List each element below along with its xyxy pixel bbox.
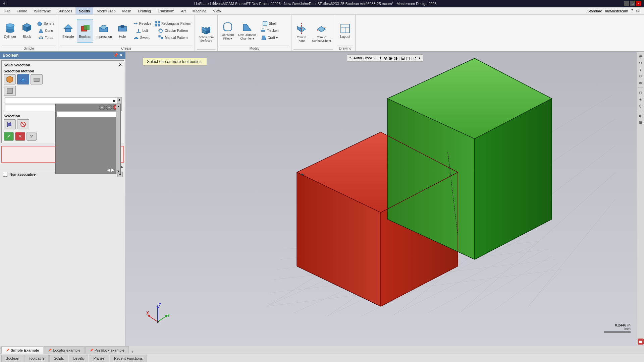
ribbon-btn-manual-pattern[interactable]: Manual Pattern (153, 35, 193, 41)
vp-tool8[interactable]: ⌖ (418, 55, 421, 61)
help-icon[interactable]: ? (631, 8, 633, 13)
menu-modelprep[interactable]: Model Prep (93, 7, 119, 14)
menu-file[interactable]: File (1, 7, 14, 14)
ribbon-btn-rect-pattern[interactable]: Rectangular Pattern (153, 20, 193, 27)
svg-text:X: X (146, 311, 149, 315)
menu-mesh[interactable]: Mesh (119, 7, 135, 14)
menu-surfaces[interactable]: Surfaces (54, 7, 75, 14)
ribbon-btn-hole[interactable]: Hole (114, 19, 130, 43)
rt-btn-2[interactable]: ⊝ (638, 60, 644, 66)
panel-tab-solids[interactable]: Solids (49, 355, 68, 362)
viewport-tab-pinblock[interactable]: 📌 Pin block example (85, 346, 129, 354)
rt-btn-1[interactable]: ⊕ (638, 53, 644, 59)
ribbon-btn-block[interactable]: Block (19, 19, 35, 43)
overlay-arrow2[interactable]: ▶ (111, 168, 114, 172)
rt-btn-3[interactable]: ↕ (638, 66, 644, 72)
ribbon-btn-trim-surface[interactable]: Trim toSurface/Sheet (310, 21, 333, 45)
settings-icon[interactable]: ⚙ (636, 8, 640, 13)
vp-tool6[interactable]: ◻ (406, 56, 410, 61)
ribbon-btn-trim-plane[interactable]: Trim toPlane (293, 21, 310, 45)
ribbon-btn-layout[interactable]: Layout (337, 19, 353, 43)
rt-btn-4[interactable]: ↺ (638, 73, 644, 79)
vp-tool3[interactable]: ◉ (389, 56, 392, 61)
overlay-scroll-up[interactable]: ▲ (116, 105, 120, 108)
ribbon-btn-boolean[interactable]: Boolean (77, 19, 93, 43)
sel-method-btn2[interactable] (17, 74, 29, 84)
select-btn2[interactable] (17, 119, 29, 129)
vp-tool1[interactable]: ✦ (379, 56, 382, 61)
ribbon-btn-one-distance[interactable]: One DistanceChamfer ▾ (236, 19, 258, 43)
vp-tool5[interactable]: ⊞ (401, 56, 405, 61)
overlay-input1[interactable] (57, 111, 119, 117)
help-button[interactable]: ? (26, 132, 37, 141)
ribbon-btn-cone[interactable]: Cone (36, 27, 56, 34)
rt-btn-6[interactable]: ◻ (638, 89, 644, 96)
extrude-label: Extrude (62, 35, 74, 39)
ribbon-btn-sweep[interactable]: Sweep (131, 35, 153, 41)
menu-drafting[interactable]: Drafting (135, 7, 154, 14)
tab-add-btn[interactable]: + (131, 350, 133, 354)
panel-tab-planes[interactable]: Planes (89, 355, 109, 362)
select-btn1[interactable] (4, 119, 16, 129)
ribbon-btn-cylinder[interactable]: Cylinder (2, 19, 18, 43)
autocursor-label[interactable]: AutoCursor (354, 56, 372, 60)
rt-btn-9[interactable]: ◐ (638, 113, 644, 119)
ribbon-btn-circ-pattern[interactable]: Circular Pattern (153, 27, 193, 34)
maximize-btn[interactable]: □ (630, 1, 635, 6)
ribbon-btn-revolve[interactable]: Revolve (131, 20, 153, 27)
viewport[interactable]: ↖ AutoCursor ▾ | ✦ ⊙ ◉ ◑ | ⊞ ◻ | ↺ ⌖ (126, 52, 644, 346)
vp-tool4[interactable]: ◑ (394, 56, 397, 61)
trim-surface-label: Trim toSurface/Sheet (312, 36, 331, 43)
rt-btn-10[interactable]: ▣ (638, 119, 644, 125)
one-distance-label: One DistanceChamfer ▾ (238, 33, 257, 41)
overlay-ok[interactable]: ○ (106, 105, 112, 110)
ribbon-btn-thicken[interactable]: Thicken (259, 27, 280, 34)
overlay-minimize[interactable]: ─ (99, 105, 105, 110)
overlay-scroll-down[interactable]: ▼ (116, 170, 120, 173)
solid-selection-close[interactable]: ✕ (119, 63, 122, 67)
overlay-arrow1[interactable]: ◀ (107, 168, 110, 172)
ribbon-btn-sphere[interactable]: Sphere (36, 20, 56, 27)
menu-view[interactable]: View (210, 7, 224, 14)
rt-btn-11[interactable]: ◼ (638, 339, 644, 345)
viewport-tab-simple[interactable]: 📌 Simple Example (1, 346, 43, 354)
sel-method-btn3[interactable] (31, 74, 43, 84)
menu-solids[interactable]: Solids (75, 7, 93, 14)
menu-transform[interactable]: Transform (154, 7, 178, 14)
menu-wireframe[interactable]: Wireframe (31, 7, 54, 14)
menu-machine[interactable]: Machine (189, 7, 210, 14)
cancel-button[interactable]: ✕ (15, 132, 25, 141)
scroll-up-icon[interactable]: ▲ (118, 98, 121, 101)
sel-method-btn4[interactable] (4, 86, 16, 96)
panel-tab-levels[interactable]: Levels (69, 355, 88, 362)
panel-tab-recent[interactable]: Recent Functions (110, 355, 147, 362)
rt-btn-5[interactable]: ⊞ (638, 80, 644, 86)
ribbon-btn-extrude[interactable]: Extrude (60, 19, 76, 43)
ribbon-btn-solids-from-surfaces[interactable]: Solids fromSurfaces (197, 21, 215, 45)
gray-overlay-header: ─ ○ ✕ (56, 104, 120, 111)
vp-tool2[interactable]: ⊙ (384, 56, 387, 61)
panel-close-icon[interactable]: ✕ (119, 53, 123, 58)
panel-tab-boolean[interactable]: Boolean (1, 355, 23, 362)
menu-home[interactable]: Home (14, 7, 31, 14)
non-assoc-checkbox[interactable] (3, 172, 7, 177)
pin-icon[interactable]: 📌 (113, 53, 118, 58)
panel-tab-toolpaths[interactable]: Toolpaths (24, 355, 49, 362)
ribbon-btn-draft[interactable]: Draft ▾ (259, 35, 280, 41)
rt-btn-8[interactable]: ⬡ (638, 103, 644, 109)
vp-tool7[interactable]: ↺ (413, 56, 417, 61)
menu-art[interactable]: Art (178, 7, 189, 14)
ok-button[interactable]: ✓ (4, 132, 14, 141)
minimize-btn[interactable]: ─ (624, 1, 629, 6)
ribbon-btn-impression[interactable]: Impression (94, 19, 114, 43)
ribbon-btn-shell[interactable]: Shell (259, 20, 280, 27)
sel-method-btn1[interactable] (4, 74, 16, 84)
close-btn[interactable]: ✕ (636, 1, 641, 6)
ribbon-btn-torus[interactable]: Torus (36, 35, 56, 41)
ribbon-btn-loft[interactable]: Loft (131, 27, 153, 34)
ribbon-btn-constant-fillet[interactable]: ConstantFillet ▾ (220, 19, 236, 43)
rt-btn-7[interactable]: ◈ (638, 96, 644, 102)
input-field1[interactable] (5, 99, 113, 103)
viewport-tab-locator[interactable]: 📌 Locator example (44, 346, 85, 354)
bottom-arrow-right[interactable]: ▶ (120, 165, 123, 169)
